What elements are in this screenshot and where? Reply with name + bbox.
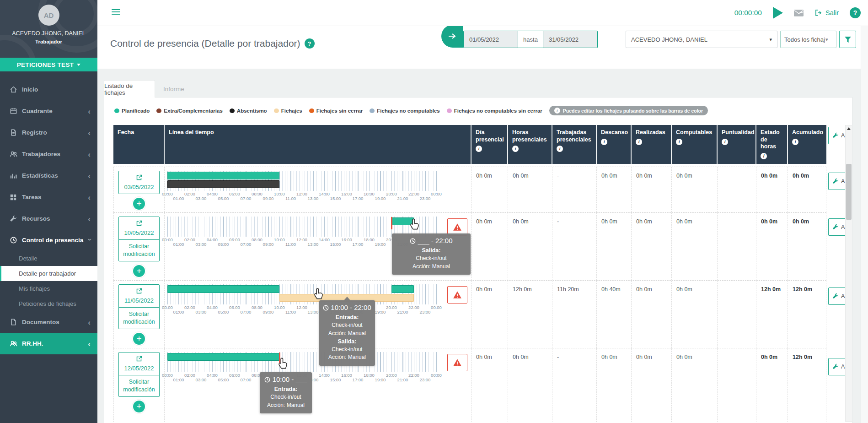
logout-button[interactable]: Salir — [814, 9, 839, 16]
column-header: Fecha — [113, 125, 165, 164]
add-fichaje-button[interactable]: + — [132, 197, 146, 211]
timeline-bar-absentismo[interactable] — [167, 180, 279, 188]
employee-select[interactable]: ACEVEDO JHONG, DANIEL ▾ — [626, 31, 777, 48]
axis-label: 03:00 — [193, 242, 209, 247]
warning-icon[interactable] — [447, 354, 467, 371]
timeline-bar-planificado[interactable] — [167, 353, 279, 361]
sidebar-item-cuadrante[interactable]: Cuadrante — [0, 100, 97, 122]
date-box: 12/05/2022Solicitar modificación — [118, 352, 160, 397]
scroll-up-icon[interactable] — [847, 127, 851, 130]
solicitar-modificacion-button[interactable]: Solicitar modificación — [119, 239, 159, 261]
control-de-presencia-submenu: Detalle Detalle por trabajador Mis ficha… — [0, 251, 97, 311]
value-cell: 0h 0m — [632, 281, 672, 348]
axis-label: 09:00 — [261, 242, 276, 247]
timeline-ticks[interactable] — [167, 352, 437, 372]
timeline-ticks[interactable] — [167, 284, 437, 304]
add-fichaje-button[interactable]: + — [132, 264, 146, 278]
wrench-settings-button[interactable]: A — [828, 358, 846, 375]
chevron-down-icon — [86, 238, 93, 241]
sidebar-item-trabajadores[interactable]: Trabajadores — [0, 143, 97, 165]
start-timer-button[interactable] — [773, 7, 783, 19]
table-scrollbar[interactable] — [845, 125, 852, 422]
tab-listado-de-fichajes[interactable]: Listado de fichajes — [104, 80, 155, 98]
axis-label: 19:00 — [373, 377, 388, 382]
value-cell: - — [552, 167, 597, 212]
hamburger-menu-icon[interactable] — [112, 9, 120, 16]
date-edit-button[interactable]: 12/05/2022 — [119, 352, 159, 375]
sidebar-subitem-detalle[interactable]: Detalle — [0, 251, 97, 266]
date-edit-button[interactable]: 03/05/2022 — [119, 171, 159, 194]
date-to-input[interactable] — [543, 31, 597, 48]
page-title: Control de presencia (Detalle por trabaj… — [110, 38, 300, 49]
wrench-icon — [832, 293, 839, 299]
axis-label: 21:00 — [395, 377, 411, 382]
mail-icon[interactable] — [794, 10, 804, 16]
timeline-bar-planificado[interactable] — [391, 285, 414, 293]
axis-label: 00:00 — [429, 373, 444, 378]
warning-icon[interactable] — [447, 286, 467, 304]
tab-informe[interactable]: Informe — [157, 80, 191, 98]
apply-filter-button[interactable] — [441, 25, 463, 48]
timeline-bar-planificado[interactable] — [167, 285, 279, 293]
info-icon[interactable]: i — [476, 146, 482, 152]
timeline-bar-planificado[interactable] — [167, 172, 279, 179]
tooltip-time: 10:00 - 22:00 — [323, 304, 371, 311]
column-header: Acumuladoi — [788, 125, 826, 164]
axis-label: 15:00 — [328, 196, 343, 201]
info-icon[interactable]: i — [601, 139, 607, 145]
fichajes-type-select[interactable]: Todos los fichajes ▾ — [780, 31, 836, 48]
wrench-settings-button[interactable]: A — [828, 287, 846, 305]
date-edit-button[interactable]: 11/05/2022 — [119, 285, 159, 307]
wrench-settings-button[interactable]: A — [828, 127, 846, 144]
info-icon[interactable]: i — [557, 146, 563, 152]
table-row: 12/05/2022Solicitar modificación+00:0001… — [113, 348, 826, 423]
help-icon[interactable]: ? — [850, 7, 861, 18]
axis-label: 09:00 — [261, 196, 276, 201]
sidebar-item-estadisticas[interactable]: Estadísticas — [0, 165, 97, 186]
fichajes-type-value: Todos los fichajes — [784, 36, 825, 43]
filter-button[interactable] — [839, 31, 856, 48]
scrollbar-thumb[interactable] — [846, 164, 852, 220]
value-cell: 0h 0m — [788, 167, 826, 212]
info-icon[interactable]: i — [761, 153, 767, 159]
page-scrollbar[interactable] — [861, 26, 868, 423]
info-icon[interactable]: i — [792, 139, 798, 145]
sidebar-item-registro[interactable]: Registro — [0, 122, 97, 143]
value-cell: 0h 0m — [672, 167, 718, 212]
value-cell: 0h 0m — [672, 348, 718, 423]
info-icon[interactable]: i — [722, 139, 728, 145]
sidebar-subitem-mis-fichajes[interactable]: Mis fichajes — [0, 281, 97, 296]
sidebar-item-inicio[interactable]: Inicio — [0, 79, 97, 100]
sidebar-item-tareas[interactable]: Tareas — [0, 186, 97, 208]
edit-icon — [135, 355, 143, 363]
legend-color-dot — [274, 108, 279, 113]
value-cell — [718, 281, 756, 348]
org-selector[interactable]: PETICIONES TEST — [0, 58, 97, 71]
mouse-cursor-icon — [278, 357, 289, 371]
add-fichaje-button[interactable]: + — [132, 332, 146, 346]
calendar-icon — [8, 107, 19, 115]
date-edit-button[interactable]: 10/05/2022 — [119, 217, 159, 239]
sidebar-item-rrhh[interactable]: RR.HH. — [0, 333, 97, 354]
solicitar-modificacion-button[interactable]: Solicitar modificación — [119, 375, 159, 396]
info-icon[interactable]: i — [512, 146, 519, 152]
sidebar-subitem-detalle-por-trabajador[interactable]: Detalle por trabajador — [0, 266, 97, 281]
axis-label: 11:00 — [283, 196, 299, 201]
legend-note-text: Puedes editar los fichajes pulsando sobr… — [563, 108, 703, 114]
sidebar-item-recursos[interactable]: Recursos — [0, 208, 97, 229]
sidebar-item-control-de-presencia[interactable]: Control de presencia — [0, 229, 97, 251]
wrench-settings-button[interactable]: A — [828, 173, 846, 190]
date-from-input[interactable] — [464, 31, 518, 48]
solicitar-modificacion-button[interactable]: Solicitar modificación — [119, 307, 159, 329]
timeline-ticks[interactable] — [167, 171, 437, 191]
info-icon[interactable]: i — [676, 139, 682, 145]
add-fichaje-button[interactable]: + — [132, 400, 146, 413]
wrench-button-label: A — [841, 224, 845, 230]
date-range-group: hasta — [463, 31, 598, 48]
employee-select-value: ACEVEDO JHONG, DANIEL — [631, 36, 707, 43]
title-help-icon[interactable]: ? — [305, 38, 315, 49]
wrench-settings-button[interactable]: A — [828, 218, 846, 236]
info-icon[interactable]: i — [636, 139, 642, 145]
sidebar-subitem-peticiones-de-fichajes[interactable]: Peticiones de fichajes — [0, 296, 97, 311]
sidebar-item-documentos[interactable]: Documentos — [0, 311, 97, 333]
